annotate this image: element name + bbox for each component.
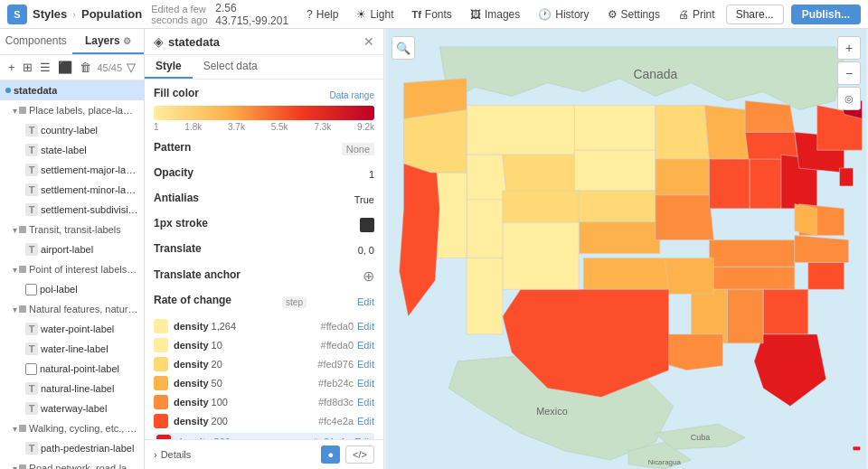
- zoom-in-button[interactable]: +: [837, 36, 861, 60]
- history-icon: 🕐: [538, 8, 552, 21]
- group-icon: [19, 226, 26, 233]
- density-stops-list: density 1,264 #ffeda0 Edit density 10 #f…: [154, 319, 374, 439]
- density-text-1: density 10: [174, 340, 321, 351]
- layer-item-water-line[interactable]: T water-line-label: [0, 339, 144, 359]
- rate-edit-button[interactable]: Edit: [357, 296, 374, 307]
- group-icon: [19, 425, 26, 432]
- chevron-down-icon: ▾: [13, 265, 17, 275]
- density-edit-5[interactable]: Edit: [357, 416, 374, 427]
- publish-button[interactable]: Publish...: [791, 5, 861, 24]
- layer-label: waterway-label: [41, 403, 107, 414]
- translate-section: Translate 0, 0: [154, 242, 374, 258]
- fonts-button[interactable]: Tf Fonts: [404, 5, 458, 23]
- density-edit-3[interactable]: Edit: [357, 378, 374, 389]
- color-gradient[interactable]: [154, 106, 374, 120]
- edited-status: Edited a few seconds ago: [151, 4, 208, 25]
- density-stop-3[interactable]: density 50 #feb24c Edit: [154, 376, 374, 390]
- fonts-icon: Tf: [411, 9, 420, 20]
- layer-item-water-point[interactable]: T water-point-label: [0, 319, 144, 339]
- tab-layers[interactable]: Layers ⚙: [72, 29, 145, 54]
- help-icon: ?: [307, 8, 313, 21]
- map-search-button[interactable]: 🔍: [392, 36, 415, 60]
- layer-item-state-label[interactable]: T state-label: [0, 140, 144, 160]
- type-t-icon: T: [25, 342, 38, 355]
- stroke-label: 1px stroke: [154, 217, 208, 230]
- delete-layer-button[interactable]: 🗑: [77, 59, 94, 76]
- density-stop-4[interactable]: density 100 #fd8d3c Edit: [154, 395, 374, 409]
- layer-label: poi-label: [40, 284, 78, 295]
- opacity-section: Opacity 1: [154, 166, 374, 183]
- density-stop-2[interactable]: density 20 #fed976 Edit: [154, 357, 374, 371]
- layer-filter-button[interactable]: ⬛: [55, 59, 75, 76]
- layer-item-statedata[interactable]: statedata: [0, 80, 144, 100]
- compass-button[interactable]: ◎: [837, 87, 861, 110]
- opacity-value: 1: [369, 169, 374, 180]
- density-stop-0[interactable]: density 1,264 #ffeda0 Edit: [154, 319, 374, 333]
- layer-section-poi[interactable]: ▾ Point of interest labels, poi-lab...: [0, 259, 144, 279]
- statedata-icon: ◈: [154, 34, 164, 49]
- light-button[interactable]: ☀ Light: [349, 5, 401, 23]
- layer-section-place-labels[interactable]: ▾ Place labels, place-labels: [0, 100, 144, 120]
- translate-anchor-section: Translate anchor ⊕: [154, 267, 374, 285]
- layer-section-transit[interactable]: ▾ Transit, transit-labels: [0, 220, 144, 239]
- code-view-button[interactable]: </>: [345, 446, 374, 464]
- density-edit-4[interactable]: Edit: [357, 397, 374, 408]
- layer-section-road[interactable]: ▾ Road network, road-labels: [0, 458, 144, 469]
- density-text-2: density 20: [174, 359, 317, 370]
- svg-text:Canada: Canada: [633, 67, 677, 81]
- details-toggle[interactable]: › Details: [154, 449, 191, 460]
- tab-style[interactable]: Style: [145, 55, 193, 79]
- density-stop-6[interactable]: density 500 #e31a1c Edit: [154, 433, 374, 439]
- layer-item-settlement-subdivision[interactable]: T settlement-subdivision-...: [0, 200, 144, 220]
- print-button[interactable]: 🖨 Print: [671, 5, 722, 23]
- density-edit-0[interactable]: Edit: [357, 321, 374, 332]
- map-svg: Canada Mexico Cuba Nicaragua: [384, 29, 868, 469]
- chevron-down-icon: ▾: [13, 305, 17, 314]
- toggle-view-button[interactable]: ●: [321, 446, 340, 464]
- details-label: Details: [161, 449, 192, 460]
- translate-anchor-icon[interactable]: ⊕: [363, 267, 374, 285]
- stroke-color-swatch[interactable]: [360, 218, 374, 232]
- zoom-out-button[interactable]: −: [837, 61, 861, 85]
- layer-item-settlement-minor[interactable]: T settlement-minor-label: [0, 180, 144, 200]
- layer-label: settlement-subdivision-...: [41, 204, 138, 215]
- settings-button[interactable]: ⚙ Settings: [600, 5, 667, 23]
- styles-link[interactable]: Styles: [33, 7, 67, 21]
- layer-view-list-button[interactable]: ☰: [37, 59, 53, 76]
- tab-components[interactable]: Components: [0, 29, 72, 54]
- close-panel-button[interactable]: ✕: [363, 34, 374, 49]
- style-panel-title: statedata: [168, 35, 363, 49]
- density-text-0: density 1,264: [174, 321, 321, 332]
- tab-select-data[interactable]: Select data: [193, 55, 269, 79]
- layer-item-waterway[interactable]: T waterway-label: [0, 399, 144, 418]
- layer-item-settlement-major[interactable]: T settlement-major-label: [0, 160, 144, 180]
- translate-anchor-label: Translate anchor: [154, 268, 241, 281]
- density-stop-5[interactable]: density 200 #fc4e2a Edit: [154, 414, 374, 428]
- layer-item-airport-label[interactable]: T airport-label: [0, 239, 144, 259]
- density-stop-1[interactable]: density 10 #ffeda0 Edit: [154, 338, 374, 352]
- layer-filter-toggle[interactable]: ▽: [124, 59, 138, 76]
- layer-item-country-label[interactable]: T country-label: [0, 120, 144, 140]
- layer-label: state-label: [41, 145, 87, 155]
- layer-group-label: Point of interest labels, poi-lab...: [29, 264, 138, 275]
- density-edit-2[interactable]: Edit: [357, 359, 374, 370]
- layer-label: natural-point-label: [40, 363, 119, 374]
- layer-item-natural-point[interactable]: natural-point-label: [0, 359, 144, 379]
- history-button[interactable]: 🕐 History: [531, 5, 596, 23]
- share-button[interactable]: Share...: [726, 5, 784, 24]
- images-button[interactable]: 🖼 Images: [463, 5, 527, 23]
- density-edit-1[interactable]: Edit: [357, 340, 374, 351]
- style-panel-footer: › Details ● </>: [145, 439, 383, 469]
- layer-section-walking[interactable]: ▾ Walking, cycling, etc., walking-...: [0, 418, 144, 438]
- layer-view-grid-button[interactable]: ⊞: [20, 59, 35, 76]
- density-text-4: density 100: [174, 397, 318, 408]
- layer-section-natural[interactable]: ▾ Natural features, natural-labels: [0, 299, 144, 319]
- layer-item-poi-label[interactable]: poi-label: [0, 279, 144, 299]
- help-button[interactable]: ? Help: [299, 5, 345, 23]
- type-t-icon: T: [25, 402, 38, 415]
- layer-label: natural-line-label: [41, 383, 114, 394]
- layer-item-natural-line[interactable]: T natural-line-label: [0, 379, 144, 399]
- stroke-section: 1px stroke: [154, 217, 374, 233]
- layer-item-path-pedestrian[interactable]: T path-pedestrian-label: [0, 438, 144, 458]
- add-layer-button[interactable]: +: [5, 59, 18, 76]
